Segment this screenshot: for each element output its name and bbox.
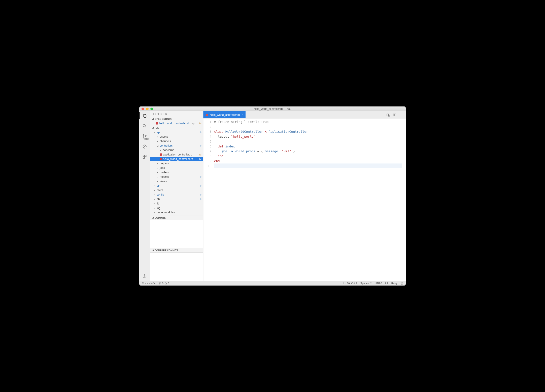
svg-point-22 (142, 284, 142, 284)
problems-status[interactable]: 0 0 (158, 282, 169, 285)
code-line[interactable] (214, 164, 402, 168)
line-number: 5 (204, 139, 211, 144)
chevron-right-icon: ▸ (153, 211, 156, 214)
tree-item-label: lib (157, 202, 160, 205)
source-control-activity-button[interactable]: 10 (142, 133, 148, 139)
window: hello_world_controller.rb — ha3 10 (139, 106, 406, 286)
code-lines[interactable]: # frozen_string_literal: trueclass Hello… (214, 118, 402, 281)
code-area[interactable]: 12345678910 # frozen_string_literal: tru… (204, 118, 406, 281)
open-editor-item[interactable]: hello_world_controller.rb ap… M (150, 121, 203, 126)
split-editor-button[interactable] (393, 113, 396, 117)
line-number: 2 (204, 124, 211, 129)
compare-commits-header[interactable]: ◢ COMPARE COMMITS (150, 248, 203, 253)
tree-folder[interactable]: ▸concerns (150, 148, 203, 152)
eol[interactable]: LF (385, 282, 388, 285)
main-body: 10 EXPLORER ◢ OPEN EDITORS (139, 111, 406, 281)
tree-folder[interactable]: ▸lib (150, 201, 203, 206)
tree-item-label: concerns (163, 148, 174, 152)
code-line[interactable] (214, 124, 402, 129)
tree-folder[interactable]: ▸mailers (150, 170, 203, 175)
gear-icon (142, 274, 147, 278)
tree-folder[interactable]: ▸node_modules (150, 210, 203, 215)
minimap[interactable] (402, 118, 406, 281)
activity-bar: 10 (139, 111, 150, 281)
tree-item-label: app (157, 131, 161, 134)
svg-point-28 (402, 283, 402, 283)
tree-folder[interactable]: ◢app (150, 130, 203, 135)
tree-folder[interactable]: ◢controllers (150, 143, 203, 148)
feedback-button[interactable] (400, 282, 403, 285)
svg-point-6 (145, 135, 146, 136)
titlebar: hello_world_controller.rb — ha3 (139, 106, 406, 111)
minimize-window-button[interactable] (146, 108, 149, 110)
close-tab-button[interactable]: × (242, 113, 243, 116)
open-editors-label: OPEN EDITORS (155, 118, 172, 120)
tree-item-label: channels (160, 140, 171, 143)
settings-gear-button[interactable] (142, 273, 148, 279)
debug-activity-button[interactable] (142, 143, 148, 150)
branch-status[interactable]: master*+ (142, 282, 155, 285)
svg-point-5 (143, 137, 144, 138)
tree-item-label: application_controller.rb (163, 153, 192, 156)
extensions-icon (142, 155, 147, 159)
encoding[interactable]: UTF-8 (375, 282, 382, 285)
ellipsis-icon (400, 113, 403, 117)
warning-icon (164, 282, 167, 285)
tree-file[interactable]: application_controller.rbM (150, 152, 203, 157)
tree-folder[interactable]: ▸db (150, 197, 203, 201)
line-number: 8 (204, 154, 211, 159)
chevron-right-icon: ▸ (153, 207, 156, 209)
tree-folder[interactable]: ▸assets (150, 135, 203, 139)
code-line[interactable] (214, 139, 402, 144)
search-activity-button[interactable] (142, 123, 148, 129)
modified-badge: M (199, 153, 201, 156)
line-number-gutter: 12345678910 (204, 118, 214, 281)
code-line[interactable]: end (214, 159, 402, 164)
tree-file[interactable]: hello_world_controller.rbM (150, 157, 203, 161)
chevron-right-icon: ▸ (159, 149, 162, 151)
svg-point-29 (402, 283, 403, 283)
tree-folder[interactable]: ▸views (150, 179, 203, 184)
code-line[interactable]: end (214, 154, 402, 159)
maximize-window-button[interactable] (150, 108, 153, 110)
language-mode[interactable]: Ruby (391, 282, 397, 285)
chevron-right-icon: ▸ (153, 194, 156, 196)
compare-changes-button[interactable] (386, 113, 390, 117)
tree-folder[interactable]: ▸helpers (150, 161, 203, 166)
line-number: 10 (204, 164, 211, 168)
tree-folder[interactable]: ▸channels (150, 139, 203, 143)
code-line[interactable]: @hello_world_props = { message: "Hi!" } (214, 149, 402, 154)
open-editors-header[interactable]: ◢ OPEN EDITORS (150, 117, 203, 121)
close-window-button[interactable] (142, 108, 144, 110)
tree-folder[interactable]: ▸client (150, 188, 203, 192)
commits-panel (150, 220, 203, 248)
split-icon (393, 113, 396, 117)
indentation[interactable]: Spaces: 2 (360, 282, 372, 285)
chevron-down-icon: ◢ (152, 127, 154, 129)
svg-point-2 (143, 124, 145, 127)
tree-folder[interactable]: ▸log (150, 206, 203, 210)
status-bar: master*+ 0 0 Ln 10, Col 1 Spaces: 2 UTF-… (139, 281, 406, 286)
tree-folder[interactable]: ▸jobs (150, 166, 203, 170)
tree-folder[interactable]: ▸bin (150, 184, 203, 188)
tree-item-label: hello_world_controller.rb (163, 158, 193, 161)
more-actions-button[interactable] (400, 113, 403, 117)
explorer-activity-button[interactable] (142, 113, 148, 119)
extensions-activity-button[interactable] (142, 154, 148, 160)
tree-folder[interactable]: ▸config (150, 192, 203, 197)
project-header[interactable]: ◢ HA3 (150, 126, 203, 130)
cursor-position[interactable]: Ln 10, Col 1 (343, 282, 357, 285)
code-line[interactable]: def index (214, 144, 402, 149)
chevron-right-icon: ▸ (156, 167, 159, 169)
chevron-right-icon: ▸ (156, 176, 159, 178)
code-line[interactable]: layout "hello_world" (214, 134, 402, 139)
line-number: 7 (204, 149, 211, 154)
code-line[interactable]: # frozen_string_literal: true (214, 119, 402, 124)
editor-tab-active[interactable]: hello_world_controller.rb × (204, 111, 246, 118)
tree-folder[interactable]: ▸models (150, 175, 203, 179)
no-bug-icon (142, 144, 147, 149)
window-title: hello_world_controller.rb — ha3 (254, 107, 291, 110)
commits-header[interactable]: ◢ COMMITS (150, 216, 203, 220)
chevron-right-icon: ▸ (156, 162, 159, 165)
code-line[interactable]: class HelloWorldController < Application… (214, 129, 402, 134)
